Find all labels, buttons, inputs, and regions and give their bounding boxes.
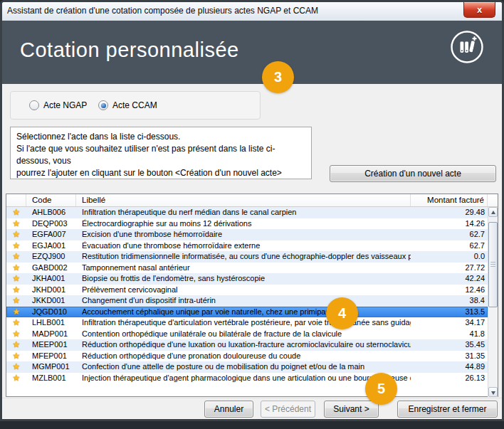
step-badge-5: 5: [365, 373, 397, 405]
title-bar[interactable]: Assistant de création d'une cotation com…: [2, 2, 502, 21]
radio-acte-ngap[interactable]: Acte NGAP: [29, 100, 87, 110]
favorite-star-icon[interactable]: ★: [13, 329, 21, 339]
table-row[interactable]: ★ EGFA007 Excision d'une thrombose hémor…: [6, 229, 488, 240]
favorite-star-icon[interactable]: ★: [13, 218, 21, 228]
column-header-libelle[interactable]: Libellé: [76, 194, 411, 206]
favorite-star-icon[interactable]: ★: [13, 307, 21, 317]
scroll-up-arrow[interactable]: [488, 207, 498, 217]
table-row[interactable]: ★ AHLB006 Infiltration thérapeutique du …: [6, 207, 488, 218]
table-row[interactable]: ★ JQGD010 Accouchement céphalique unique…: [6, 307, 488, 318]
close-icon: x: [477, 4, 482, 15]
column-header-code[interactable]: Code: [26, 194, 76, 206]
favorite-star-icon[interactable]: ★: [13, 373, 21, 383]
row-libelle: Évacuation d'une thrombose hémorroïdaire…: [76, 240, 411, 252]
vertical-scrollbar[interactable]: [488, 207, 498, 397]
table-row[interactable]: ★ MADP001 Contention orthopédique unilat…: [6, 329, 488, 340]
row-libelle: Confection d'une attelle de posture ou d…: [76, 361, 411, 373]
favorite-star-icon[interactable]: ★: [13, 229, 21, 239]
radio-acte-ccam-label: Acte CCAM: [112, 100, 157, 110]
row-code: DEQP003: [26, 218, 76, 230]
row-code: JQGD010: [26, 307, 76, 318]
table-row[interactable]: ★ MFEP001 Réduction orthopédique d'une p…: [6, 351, 488, 362]
close-button[interactable]: x: [463, 2, 495, 18]
row-libelle: Électrocardiographie sur au moins 12 dér…: [76, 218, 411, 230]
column-header-montant[interactable]: Montant facturé: [411, 194, 488, 206]
triangle-down-icon: [491, 391, 495, 395]
instructions-text: Sélectionnez l'acte dans la liste ci-des…: [10, 127, 312, 179]
row-code: JKHD001: [26, 285, 76, 296]
row-code: AHLB006: [26, 207, 76, 218]
scrollbar-thumb[interactable]: [488, 222, 498, 307]
page-title: Cotation personnalisée: [20, 38, 239, 62]
table-row[interactable]: ★ LHLB001 Infiltration thérapeutique d'a…: [6, 317, 488, 329]
column-header-star[interactable]: [6, 194, 26, 206]
favorite-star-icon[interactable]: ★: [13, 295, 21, 305]
table-row[interactable]: ★ JKHD001 Prélèvement cervicovaginal 12.…: [6, 285, 488, 296]
favorite-star-icon[interactable]: ★: [13, 263, 21, 272]
table-row[interactable]: ★ DEQP003 Électrocardiographie sur au mo…: [6, 218, 488, 230]
table-row[interactable]: ★ JKKD001 Changement d'un dispositif int…: [6, 295, 488, 307]
create-new-act-button[interactable]: Création d'un nouvel acte: [330, 165, 496, 182]
step-badge-3: 3: [262, 61, 294, 93]
row-code: JKKD001: [26, 295, 76, 307]
cancel-button[interactable]: Annuler: [204, 401, 253, 418]
table-row[interactable]: ★ EGJA001 Évacuation d'une thrombose hém…: [6, 240, 488, 252]
favorite-star-icon[interactable]: ★: [13, 285, 21, 295]
row-libelle: Infiltration thérapeutique d'articulatio…: [76, 317, 411, 329]
row-code: MFEP001: [26, 351, 76, 362]
favorite-star-icon[interactable]: ★: [13, 361, 21, 371]
table-row[interactable]: ★ MEEP001 Réduction orthopédique d'une l…: [6, 339, 488, 351]
row-montant: 313.5: [411, 307, 488, 318]
row-montant: 0.0: [411, 251, 488, 263]
favorite-star-icon[interactable]: ★: [13, 207, 21, 217]
table-row[interactable]: ★ MZLB001 Injection thérapeutique d'agen…: [6, 373, 488, 384]
table-row[interactable]: ★ EZQJ900 Restitution tridimensionnelle …: [6, 251, 488, 263]
table-row[interactable]: ★ JKHA001 Biopsie ou frottis de l'endomè…: [6, 273, 488, 285]
row-montant: 44.89: [411, 361, 488, 373]
favorite-star-icon[interactable]: ★: [13, 339, 21, 349]
favorite-star-icon[interactable]: ★: [13, 240, 21, 250]
row-code: EGFA007: [26, 229, 76, 240]
row-code: MZLB001: [26, 373, 76, 384]
row-montant: 12.46: [411, 285, 488, 296]
row-montant: 27.72: [411, 263, 488, 274]
footer-divider: [2, 398, 502, 398]
radio-acte-ccam[interactable]: Acte CCAM: [98, 100, 157, 110]
favorite-star-icon[interactable]: ★: [13, 351, 21, 361]
save-close-button[interactable]: Enregistrer et fermer: [397, 401, 498, 418]
favorite-star-icon[interactable]: ★: [13, 251, 21, 261]
row-code: MGMP001: [26, 361, 76, 373]
table-body: ★ AHLB006 Infiltration thérapeutique du …: [6, 207, 488, 383]
row-libelle: Infiltration thérapeutique du nerf média…: [76, 207, 411, 218]
row-montant: 42.24: [411, 273, 488, 285]
row-montant: 31.35: [411, 351, 488, 362]
row-montant: 14.26: [411, 218, 488, 230]
row-code: JKHA001: [26, 273, 76, 285]
step-badge-4: 4: [326, 297, 358, 329]
row-code: MEEP001: [26, 339, 76, 351]
previous-button[interactable]: < Précédent: [261, 401, 315, 418]
dialog-window: Assistant de création d'une cotation com…: [0, 0, 504, 421]
favorite-star-icon[interactable]: ★: [13, 273, 21, 283]
next-button[interactable]: Suivant >: [324, 401, 379, 418]
table-header: Code Libellé Montant facturé: [6, 194, 498, 207]
row-montant: 34.17: [411, 317, 488, 329]
table-row[interactable]: ★ GABD002 Tamponnement nasal antérieur 2…: [6, 263, 488, 274]
row-code: GABD002: [26, 263, 76, 274]
favorite-star-icon[interactable]: ★: [13, 317, 21, 327]
table-row[interactable]: ★ MGMP001 Confection d'une attelle de po…: [6, 361, 488, 373]
acts-table: Code Libellé Montant facturé ★ AHLB006 I…: [6, 194, 498, 397]
row-libelle: Excision d'une thrombose hémorroïdaire: [76, 229, 411, 240]
row-montant: 38.4: [411, 295, 488, 307]
window-title: Assistant de création d'une cotation com…: [7, 6, 318, 16]
row-montant: 62.7: [411, 240, 488, 252]
triangle-up-icon: [491, 211, 495, 214]
row-code: EGJA001: [26, 240, 76, 252]
catalog-add-icon: [450, 30, 484, 64]
row-libelle: Réduction orthopédique d'une pronation d…: [76, 351, 411, 362]
scroll-down-arrow[interactable]: [488, 387, 498, 397]
row-libelle: Réduction orthopédique d'une luxation ou…: [76, 339, 411, 351]
row-code: EZQJ900: [26, 251, 76, 263]
row-libelle: Contention orthopédique unilatérale ou b…: [76, 329, 411, 340]
row-libelle: Biopsie ou frottis de l'endomètre, sans …: [76, 273, 411, 285]
